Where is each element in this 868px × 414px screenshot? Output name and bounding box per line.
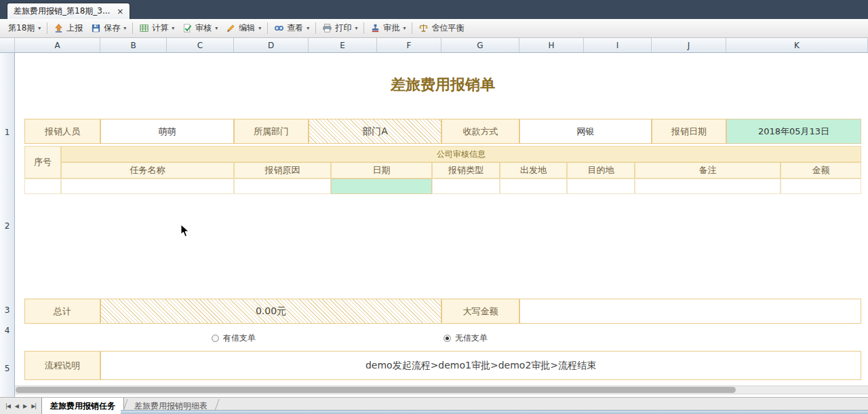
data-cell-seq[interactable] [24,178,61,194]
column-header-k[interactable]: K [726,38,868,52]
edit-label: 编辑 [239,22,255,34]
column-header-a[interactable]: A [15,38,100,52]
sheet-tabs-scrollbar[interactable] [121,410,868,414]
select-all-corner[interactable] [0,38,15,52]
data-cell-note[interactable] [635,178,781,194]
data-cell-origin[interactable] [500,178,567,194]
col-header-type: 报销类型 [432,162,500,178]
horizontal-scrollbar-thumb[interactable] [16,387,736,393]
column-header-e[interactable]: E [309,38,377,52]
calculate-button[interactable]: 计算 ▾ [135,20,178,36]
row-header-3[interactable]: 3 [0,305,14,315]
submit-icon [54,23,64,33]
toolbar-separator [363,22,364,34]
titlebar: 差旅费用报销_第18期_3... × [0,0,868,19]
period-label: 第18期 [8,22,35,34]
data-cell-type[interactable] [432,178,500,194]
total-value-cell[interactable]: 0.00元 [100,299,441,324]
dept-label: 所属部门 [234,119,309,144]
loan-option-with[interactable]: 有借支单 [212,333,256,344]
person-value-cell[interactable]: 萌萌 [100,119,234,144]
horizontal-scrollbar[interactable] [15,385,868,394]
amount-in-words-cell[interactable] [519,299,861,324]
print-button[interactable]: 打印 ▾ [318,20,361,36]
column-header-j[interactable]: J [652,38,726,52]
dropdown-arrow-icon: ▾ [215,25,218,31]
column-header-f[interactable]: F [377,38,441,52]
mouse-cursor [180,224,190,240]
approve-button[interactable]: 审批 ▾ [366,20,410,36]
column-header-d[interactable]: D [234,38,309,52]
col-header-date: 日期 [331,162,432,178]
col-header-task: 任务名称 [61,162,234,178]
toolbar-separator [412,22,412,34]
dept-value-cell[interactable]: 部门A [309,119,441,144]
data-cell-reason[interactable] [234,178,331,194]
column-header-c[interactable]: C [167,38,234,52]
view-button[interactable]: 查看 ▾ [270,20,313,36]
dropdown-arrow-icon: ▾ [258,25,261,31]
loan-option-without[interactable]: 无借支单 [443,333,488,344]
edit-button[interactable]: 编辑 ▾ [222,20,265,36]
period-dropdown[interactable]: 第18期 ▾ [4,20,45,36]
audit-button[interactable]: 审核 ▾ [178,20,222,36]
date-value-cell[interactable]: 2018年05月13日 [726,119,861,144]
total-label: 总计 [24,299,100,324]
sheet-canvas[interactable]: 差旅费用报销单 报销人员 萌萌 所属部门 部门A 收款方式 网银 报销日期 20… [15,53,868,397]
save-button[interactable]: 保存 ▾ [87,20,130,36]
sheet-tab-task[interactable]: 差旅费用报销任务 [41,398,124,414]
dropdown-arrow-icon: ▾ [403,25,406,31]
amount-in-words-label: 大写金额 [441,299,519,324]
toolbar-separator [132,22,133,34]
row-header-4[interactable]: 4 [0,326,14,335]
print-label: 打印 [335,22,351,34]
next-sheet-icon[interactable]: ▶ [21,402,28,411]
dropdown-arrow-icon: ▾ [307,25,309,31]
sheet-body: 1 2 3 4 5 差旅费用报销单 报销人员 萌萌 所属部门 部门A 收款方式 … [0,53,868,397]
toolbar-separator [267,22,268,34]
payment-value-cell[interactable]: 网银 [519,119,652,144]
loan-radio[interactable] [212,335,219,342]
dropdown-arrow-icon: ▾ [172,25,174,31]
view-label: 查看 [287,22,303,34]
sheet-tab-bar: |◀ ◀ ▶ ▶| 差旅费用报销任务 差旅费用报销明细表 [0,397,868,414]
group-header: 公司审核信息 [61,146,861,162]
data-cell-amount[interactable] [781,178,861,194]
loan-option-label: 有借支单 [223,333,256,344]
view-icon [274,23,284,33]
rounding-balance-button[interactable]: 舍位平衡 [414,20,468,36]
submit-button[interactable]: 上报 [50,20,87,36]
data-cell-task[interactable] [61,178,234,194]
col-header-dest: 目的地 [567,162,635,178]
date-label: 报销日期 [652,119,726,144]
prev-sheet-icon[interactable]: ◀ [13,402,20,411]
submit-label: 上报 [66,22,83,34]
column-header-i[interactable]: I [584,38,652,52]
print-icon [322,23,332,33]
loan-option-label: 无借支单 [455,333,488,344]
first-sheet-icon[interactable]: |◀ [3,402,12,411]
row-header-1[interactable]: 1 [0,128,14,137]
balance-icon [418,23,429,33]
row-header-5[interactable]: 5 [0,364,14,373]
last-sheet-icon[interactable]: ▶| [29,402,38,411]
data-cell-date[interactable] [331,178,432,194]
document-tab[interactable]: 差旅费用报销_第18期_3... × [7,3,130,19]
column-header-b[interactable]: B [100,38,167,52]
data-cell-dest[interactable] [567,178,635,194]
close-icon[interactable]: × [117,7,123,16]
toolbar-separator [47,22,47,34]
flow-value-cell[interactable]: demo发起流程>demo1审批>demo2审批>流程结束 [100,351,861,380]
column-header-g[interactable]: G [441,38,519,52]
col-header-reason: 报销原因 [234,162,331,178]
form-title: 差旅费用报销单 [24,75,861,95]
row-header-2[interactable]: 2 [0,221,14,231]
toolbar-separator [315,22,316,34]
column-header-h[interactable]: H [519,38,584,52]
toolbar: 第18期 ▾ 上报 保存 ▾ 计算 ▾ 审核 ▾ 编辑 ▾ [0,19,868,38]
sheet-tab-navigation: |◀ ◀ ▶ ▶| [0,398,41,414]
edit-icon [226,23,236,33]
col-header-note: 备注 [635,162,781,178]
loan-radio[interactable] [443,335,451,342]
approve-icon [370,23,380,33]
